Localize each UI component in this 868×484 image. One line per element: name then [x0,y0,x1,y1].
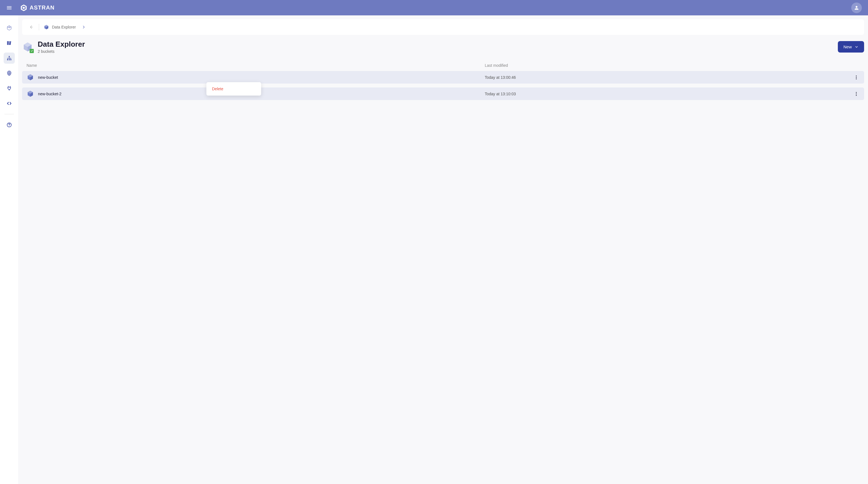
svg-point-32 [856,95,857,96]
bucket-modified: Today at 13:00:46 [485,75,848,80]
svg-rect-12 [9,59,9,60]
hamburger-menu-button[interactable] [4,2,14,13]
new-button-label: New [843,44,852,49]
page-icon-wrapper [22,41,33,53]
page-title-text: Data Explorer 2 buckets [38,40,85,54]
row-actions [848,74,860,81]
svg-point-31 [856,93,857,94]
person-icon [854,5,859,11]
hex-cube-icon [6,25,12,31]
new-button[interactable]: New [838,41,864,53]
bucket-table: Name Last modified new-bucket Today at 1… [22,60,864,100]
row-name-cell: new-bucket [27,73,485,81]
breadcrumb-item[interactable]: Data Explorer [43,24,86,30]
help-icon [6,122,12,128]
app-header: ASTRAN [0,0,868,16]
svg-point-25 [856,77,857,78]
bucket-name: new-bucket-2 [38,92,61,96]
svg-line-6 [9,27,11,28]
arrow-left-icon [28,24,34,30]
hamburger-icon [6,5,12,11]
column-header-name: Name [27,63,485,68]
main-content: Data Explorer Data Explorer [18,16,868,484]
check-icon [30,50,33,52]
sidebar-item-home[interactable] [4,22,15,33]
column-header-modified: Last modified [485,63,848,68]
page-header: Data Explorer 2 buckets New [22,40,864,54]
page-title: Data Explorer [38,40,85,49]
breadcrumb-bar: Data Explorer [22,19,864,35]
layout: Data Explorer Data Explorer [0,16,868,484]
svg-rect-7 [7,41,8,45]
breadcrumb-divider [39,24,39,30]
table-header: Name Last modified [22,60,864,71]
sidebar-item-plugins[interactable] [4,83,15,94]
svg-point-24 [856,75,857,76]
column-header-actions [848,63,860,68]
table-row[interactable]: new-bucket-2 Today at 13:10:03 [22,88,864,100]
code-icon [6,100,12,106]
table-row[interactable]: new-bucket Today at 13:00:46 Delete [22,71,864,84]
sidebar [0,16,18,484]
svg-point-26 [856,78,857,79]
sitemap-icon [6,55,12,61]
more-button[interactable] [853,91,860,97]
header-left: ASTRAN [4,2,55,13]
bucket-name: new-bucket [38,75,58,80]
sidebar-item-code[interactable] [4,98,15,109]
logo-icon [20,4,27,11]
hex-cube-icon [43,24,49,30]
more-button[interactable] [853,74,860,81]
check-badge [30,49,34,53]
logo-text: ASTRAN [30,4,55,11]
svg-line-5 [7,27,9,28]
breadcrumb-back-button[interactable] [28,24,34,30]
sidebar-divider [4,114,14,114]
svg-rect-11 [7,59,8,60]
page-subtitle: 2 buckets [38,49,85,54]
chevron-down-icon [855,45,859,49]
bucket-icon [27,73,34,81]
page-title-area: Data Explorer 2 buckets [22,40,85,54]
plug-icon [6,86,12,91]
sidebar-item-library[interactable] [4,37,15,49]
context-menu-delete[interactable]: Delete [207,84,261,94]
user-avatar[interactable] [851,2,862,13]
sidebar-item-help[interactable] [4,119,15,130]
bucket-modified: Today at 13:10:03 [485,92,848,96]
books-icon [6,40,12,46]
row-actions [848,91,860,97]
more-vertical-icon [854,91,859,96]
svg-rect-9 [9,41,11,45]
svg-rect-10 [9,56,9,57]
sidebar-item-security[interactable] [4,68,15,79]
chevron-right-icon [82,25,86,29]
sidebar-item-data-explorer[interactable] [4,53,15,64]
bucket-icon [27,90,34,97]
fingerprint-icon [6,70,12,76]
logo[interactable]: ASTRAN [20,4,55,11]
breadcrumb-label: Data Explorer [52,25,76,29]
svg-rect-8 [8,41,9,45]
context-menu: Delete [207,82,261,96]
more-vertical-icon [854,75,859,80]
svg-point-30 [856,92,857,93]
svg-rect-13 [10,59,11,60]
